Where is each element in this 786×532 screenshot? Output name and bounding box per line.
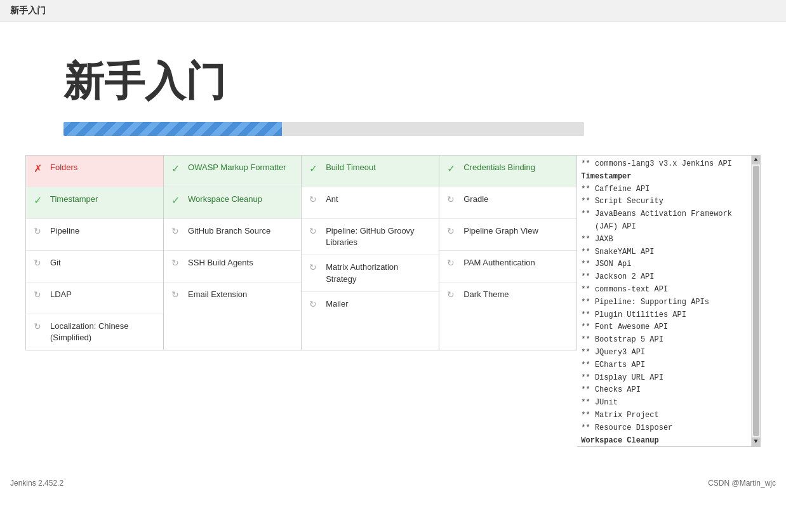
plugin-item-pipeline-github: ↻ Pipeline: GitHub Groovy Libraries bbox=[302, 219, 439, 255]
refresh-icon-matrix-auth: ↻ bbox=[309, 262, 321, 274]
plugin-col-4: ✓ Credentials Binding ↻ Gradle ↻ Pipelin… bbox=[439, 156, 576, 350]
x-icon-folders: ✗ bbox=[34, 163, 45, 174]
refresh-icon-pipeline-graph: ↻ bbox=[447, 226, 458, 237]
refresh-icon-pipeline: ↻ bbox=[34, 226, 45, 237]
progress-container bbox=[63, 122, 584, 136]
dep-item-bold: Workspace Cleanup bbox=[581, 435, 746, 447]
plugin-grid: ✗ Folders ✓ Timestamper ↻ Pipeline ↻ Git bbox=[25, 155, 577, 350]
plugin-col-1: ✗ Folders ✓ Timestamper ↻ Pipeline ↻ Git bbox=[26, 156, 164, 350]
plugin-name-pipeline-github: Pipeline: GitHub Groovy Libraries bbox=[326, 225, 431, 248]
jenkins-version: Jenkins 2.452.2 bbox=[10, 479, 63, 488]
plugin-name-timestamper: Timestamper bbox=[50, 194, 98, 205]
dep-item: ** Display URL API bbox=[581, 372, 746, 385]
plugin-item-pam-auth: ↻ PAM Authentication bbox=[439, 251, 576, 283]
refresh-icon-ldap: ↻ bbox=[34, 289, 45, 301]
refresh-icon-ant: ↻ bbox=[309, 194, 321, 206]
plugin-item-git: ↻ Git bbox=[26, 251, 163, 283]
dep-item: ** ECharts API bbox=[581, 359, 746, 372]
plugin-item-pipeline-graph: ↻ Pipeline Graph View bbox=[439, 219, 576, 251]
main-content: 新手入门 ✗ Folders ✓ Timestamper bbox=[0, 22, 786, 460]
dep-item: ** commons-lang3 v3.x Jenkins API bbox=[581, 158, 746, 171]
plugin-item-credentials-binding: ✓ Credentials Binding bbox=[439, 156, 576, 187]
plugin-name-pipeline-graph: Pipeline Graph View bbox=[463, 225, 538, 237]
dep-item: ** Matrix Project bbox=[581, 409, 746, 422]
plugin-col-2: ✓ OWASP Markup Formatter ✓ Workspace Cle… bbox=[164, 156, 302, 350]
refresh-icon-git: ↻ bbox=[34, 258, 45, 269]
dep-item: ** Checks API bbox=[581, 384, 746, 397]
refresh-icon-email-ext: ↻ bbox=[171, 289, 183, 301]
plugin-name-ssh-build: SSH Build Agents bbox=[188, 257, 253, 269]
scrollbar[interactable]: ▲ ▼ bbox=[751, 156, 760, 446]
plugin-item-matrix-auth: ↻ Matrix Authorization Strategy bbox=[302, 255, 439, 291]
refresh-icon-dark-theme: ↻ bbox=[447, 289, 458, 301]
plugin-item-owasp: ✓ OWASP Markup Formatter bbox=[164, 156, 301, 187]
dep-item: ** JSON Api bbox=[581, 258, 746, 271]
dep-list: ** commons-lang3 v3.x Jenkins API Timest… bbox=[581, 158, 756, 447]
tab-label: 新手入门 bbox=[10, 5, 46, 15]
refresh-icon-mailer: ↻ bbox=[309, 299, 321, 310]
plugin-item-ssh-build: ↻ SSH Build Agents bbox=[164, 251, 301, 283]
footer: Jenkins 2.452.2 CSDN @Martin_wjc bbox=[0, 472, 786, 494]
plugin-name-ant: Ant bbox=[326, 194, 338, 205]
plugin-item-ant: ↻ Ant bbox=[302, 187, 439, 219]
plugin-name-pam-auth: PAM Authentication bbox=[463, 257, 535, 269]
plugin-item-github-branch: ↻ GitHub Branch Source bbox=[164, 219, 301, 251]
plugin-item-localization: ↻ Localization: Chinese (Simplified) bbox=[26, 314, 163, 350]
plugin-name-mailer: Mailer bbox=[326, 298, 348, 310]
plugin-name-credentials-binding: Credentials Binding bbox=[463, 162, 535, 173]
check-icon-build-timeout: ✓ bbox=[309, 163, 321, 174]
scrollbar-down[interactable]: ▼ bbox=[752, 437, 761, 446]
attribution: CSDN @Martin_wjc bbox=[708, 479, 776, 488]
plugin-name-matrix-auth: Matrix Authorization Strategy bbox=[326, 262, 431, 284]
refresh-icon-pipeline-github: ↻ bbox=[309, 226, 321, 237]
scrollbar-thumb[interactable] bbox=[753, 166, 759, 436]
dependency-panel: ** commons-lang3 v3.x Jenkins API Timest… bbox=[577, 155, 761, 447]
plugin-item-dark-theme: ↻ Dark Theme bbox=[439, 283, 576, 314]
page-container: 新手入门 新手入门 ✗ Folders ✓ bbox=[0, 0, 786, 532]
refresh-icon-localization: ↻ bbox=[34, 321, 45, 333]
dep-item: ** commons-text API bbox=[581, 284, 746, 296]
dep-item-bold: Timestamper bbox=[581, 171, 746, 183]
dep-item: ** Font Awesome API bbox=[581, 321, 746, 334]
plugin-name-build-timeout: Build Timeout bbox=[326, 162, 376, 173]
scrollbar-up[interactable]: ▲ bbox=[752, 156, 761, 164]
plugin-name-email-ext: Email Extension bbox=[188, 289, 247, 300]
dep-item: ** Caffeine API bbox=[581, 183, 746, 196]
plugin-item-gradle: ↻ Gradle bbox=[439, 187, 576, 219]
plugin-item-timestamper: ✓ Timestamper bbox=[26, 187, 163, 219]
dep-item: ** JUnit bbox=[581, 397, 746, 409]
dep-item: ** Pipeline: Supporting APIs bbox=[581, 296, 746, 309]
plugin-item-mailer: ↻ Mailer bbox=[302, 292, 439, 324]
plugin-name-pipeline: Pipeline bbox=[50, 225, 79, 237]
refresh-icon-gradle: ↻ bbox=[447, 194, 458, 206]
dep-item: ** JAXB bbox=[581, 234, 746, 246]
grid-and-panel: ✗ Folders ✓ Timestamper ↻ Pipeline ↻ Git bbox=[25, 155, 761, 447]
dep-item: ** Resource Disposer bbox=[581, 422, 746, 435]
refresh-icon-pam-auth: ↻ bbox=[447, 258, 458, 269]
plugin-item-pipeline: ↻ Pipeline bbox=[26, 219, 163, 251]
plugin-item-email-ext: ↻ Email Extension bbox=[164, 283, 301, 314]
dep-item: ** Bootstrap 5 API bbox=[581, 334, 746, 347]
refresh-icon-github-branch: ↻ bbox=[171, 226, 183, 237]
plugin-name-localization: Localization: Chinese (Simplified) bbox=[50, 321, 156, 343]
plugin-name-github-branch: GitHub Branch Source bbox=[188, 225, 270, 237]
plugin-name-git: Git bbox=[50, 257, 61, 269]
dep-item: ** SnakeYAML API bbox=[581, 246, 746, 259]
plugin-name-folders: Folders bbox=[50, 162, 77, 173]
plugin-name-gradle: Gradle bbox=[463, 194, 488, 205]
progress-bar-inner bbox=[63, 122, 282, 136]
dep-item: ** JQuery3 API bbox=[581, 347, 746, 359]
check-icon-owasp: ✓ bbox=[171, 163, 183, 174]
check-icon-timestamper: ✓ bbox=[34, 194, 45, 206]
progress-bar-outer bbox=[63, 122, 584, 136]
check-icon-credentials-binding: ✓ bbox=[447, 163, 458, 174]
dep-item: ** Plugin Utilities API bbox=[581, 309, 746, 322]
dep-item: ** Jackson 2 API bbox=[581, 271, 746, 284]
refresh-icon-ssh-build: ↻ bbox=[171, 258, 183, 269]
plugin-name-dark-theme: Dark Theme bbox=[463, 289, 509, 300]
plugin-name-workspace: Workspace Cleanup bbox=[188, 194, 262, 205]
page-title-large: 新手入门 bbox=[63, 54, 761, 109]
plugin-item-workspace: ✓ Workspace Cleanup bbox=[164, 187, 301, 219]
plugin-name-owasp: OWASP Markup Formatter bbox=[188, 162, 286, 173]
plugin-col-3: ✓ Build Timeout ↻ Ant ↻ Pipeline: GitHub… bbox=[302, 156, 439, 350]
